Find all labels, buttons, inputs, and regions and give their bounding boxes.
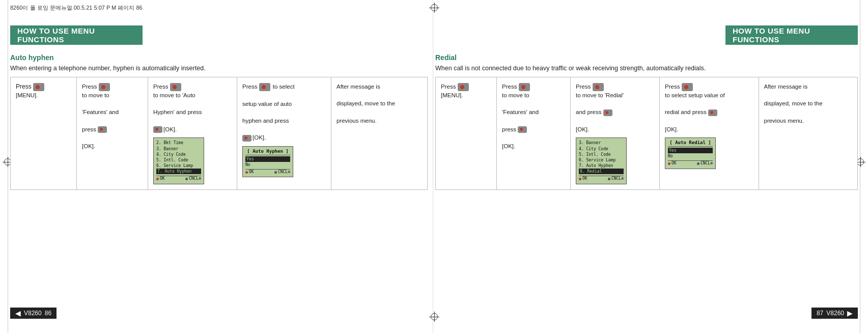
- r-lcd-title-redial: [ Auto Redial ]: [668, 140, 713, 147]
- header-banner-right-title: HOW TO USE MENU FUNCTIONS: [733, 26, 851, 44]
- lcd-row-2: 3. Banner: [156, 146, 201, 152]
- nav-btn-icon-2: [99, 83, 110, 91]
- right-section-desc: When call is not connected due to heavy …: [435, 65, 858, 72]
- r-lcd-row-4: 6. Service Lamp: [579, 157, 624, 163]
- r-lcd-yes: Yes: [668, 148, 713, 153]
- nav-btn-icon-3: [170, 83, 181, 91]
- brand-right: V8260: [826, 310, 844, 317]
- header-banner-left-title: HOW TO USE MENU FUNCTIONS: [17, 26, 135, 44]
- r-lcd-screen-features: 3. Banner 4. City Code 5. Intl. Code 6. …: [576, 137, 627, 184]
- center-divider: [433, 0, 433, 333]
- header-banner-left: HOW TO USE MENU FUNCTIONS: [10, 25, 143, 45]
- reg-mark-top: [429, 3, 439, 13]
- r-lcd-row-2: 4. City Code: [579, 146, 624, 152]
- lcd-row-5: 6. Service Lamp: [156, 163, 201, 169]
- brand-left: V8260: [24, 310, 42, 317]
- lcd-screen-autohyphen: [ Auto Hyphen ] Yes No OK CNCL⊗: [242, 146, 293, 177]
- page-arrow-right: ▶: [847, 309, 853, 317]
- left-step-5: After message is displayed, move to the …: [331, 77, 418, 189]
- r-lcd-footer-3: OK CNCL⊗: [579, 176, 624, 181]
- r-nav-btn-icon-4: [682, 83, 693, 91]
- r-ok-btn-icon-3: [603, 109, 612, 116]
- right-step-4: Press to select setup value of redial an…: [660, 77, 759, 189]
- right-content-area: Redial When call is not connected due to…: [435, 53, 858, 190]
- menu-btn-icon: [33, 83, 44, 91]
- header-banner-right: HOW TO USE MENU FUNCTIONS: [725, 25, 858, 45]
- ok-btn-icon-3: [153, 126, 162, 133]
- page-num-right: 87 V8260 ▶: [811, 308, 858, 319]
- lcd-ah-no: No: [245, 162, 290, 168]
- left-step-2: Press to move to 'Features' and press [O…: [77, 77, 148, 189]
- left-content-area: Auto hyphen When entering a telephone nu…: [10, 53, 428, 190]
- r-nav-btn-icon-2: [519, 83, 530, 91]
- r-menu-btn-icon: [458, 83, 469, 91]
- reg-mark-bottom: [429, 312, 439, 322]
- left-section-title: Auto hyphen: [10, 53, 428, 62]
- page-num-right-val: 87: [817, 310, 823, 317]
- r-lcd-screen-redial: [ Auto Redial ] Yes No OK CNCL⊗: [665, 137, 716, 169]
- r-ok-btn-icon-4: [708, 109, 717, 116]
- r-ok-btn-icon-2: [518, 126, 527, 133]
- page-num-left-val: 86: [45, 310, 51, 317]
- r-lcd-row-6-highlight: 8. Redial: [579, 169, 624, 174]
- right-step-3: Press to move to 'Redial' and press [OK]…: [571, 77, 660, 189]
- left-step-4: Press to select setup value of auto hyph…: [237, 77, 331, 189]
- lcd-footer-4: OK CNCL⊗: [245, 169, 290, 175]
- r-nav-btn-icon-3: [593, 83, 604, 91]
- right-steps-box: Press [MENU]. Press to move to 'Features…: [435, 77, 858, 190]
- lcd-ah-yes: Yes: [245, 156, 290, 162]
- left-step-1-press: Press: [16, 82, 45, 91]
- r-lcd-row-3: 5. Intl. Code: [579, 152, 624, 157]
- lcd-row-1: 2. Bkt Time: [156, 140, 201, 146]
- lcd-title-autohyphen: [ Auto Hyphen ]: [245, 149, 290, 155]
- right-step-2: Press to move to 'Features' and press [O…: [497, 77, 571, 189]
- left-step-1: Press [MENU].: [11, 77, 77, 189]
- right-step-1: Press [MENU].: [436, 77, 497, 189]
- ok-btn-icon-4: [242, 135, 251, 142]
- left-section-desc: When entering a telephone number, hyphen…: [10, 65, 428, 72]
- nav-btn-icon-4: [259, 83, 270, 91]
- lcd-row-6-highlight: 7. Auto Hyphen: [156, 169, 201, 174]
- r-lcd-row-5: 7. Auto Hyphen: [579, 163, 624, 169]
- ok-btn-icon-2: [98, 126, 107, 133]
- lcd-row-3: 4. City Code: [156, 152, 201, 157]
- left-step-3: Press to move to 'Auto Hyphen' and press…: [148, 77, 237, 189]
- page-arrow-left: ◀: [15, 309, 21, 317]
- lcd-footer-3: OK CNCL⊗: [156, 176, 201, 181]
- lcd-row-4: 5. Intl. Code: [156, 157, 201, 163]
- file-info-text: 8260이 폴 로잉 문메뉴얼 00.5.21 5:07 P M 페이지 86: [10, 5, 143, 11]
- left-steps-box: Press [MENU]. Press to move to 'Features…: [10, 77, 428, 190]
- r-lcd-row-1: 3. Banner: [579, 140, 624, 146]
- left-step-1-label: [MENU].: [16, 91, 38, 100]
- right-step-5: After message is displayed, move to the …: [759, 77, 858, 189]
- left-step-2-press: Press: [82, 82, 111, 91]
- page-num-left: ◀ V8260 86: [10, 308, 57, 319]
- lcd-screen-features: 2. Bkt Time 3. Banner 4. City Code 5. In…: [153, 137, 204, 184]
- right-section-title: Redial: [435, 53, 858, 62]
- r-lcd-no: No: [668, 153, 713, 159]
- file-info-bar: 8260이 폴 로잉 문메뉴얼 00.5.21 5:07 P M 페이지 86: [10, 4, 143, 12]
- r-lcd-footer-4: OK CNCL⊗: [668, 160, 713, 166]
